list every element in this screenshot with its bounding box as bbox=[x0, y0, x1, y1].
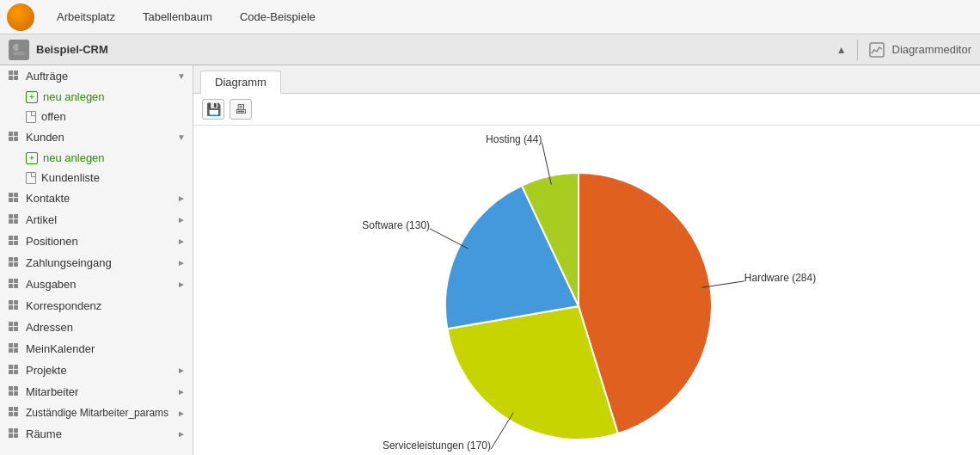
grid-icon-kunden bbox=[9, 132, 21, 144]
sidebar-label-zustandige: Zuständige Mitarbeiter_params bbox=[26, 407, 168, 419]
expand-arrow-raume: ► bbox=[177, 429, 186, 439]
content-toolbar: 💾 🖶 bbox=[193, 94, 980, 126]
svg-point-1 bbox=[18, 44, 25, 51]
sidebar-item-artikel[interactable]: Artikel ► bbox=[0, 209, 193, 231]
svg-rect-2 bbox=[13, 52, 25, 55]
sidebar-label-ausgaben: Ausgaben bbox=[26, 278, 77, 291]
grid-icon-adressen bbox=[9, 322, 21, 334]
expand-arrow-ausgaben: ► bbox=[177, 280, 186, 289]
pie-chart: Hardware (284)Serviceleistungen (170)Sof… bbox=[329, 134, 845, 455]
sidebar-item-korrespondenz[interactable]: Korrespondenz bbox=[0, 295, 193, 317]
sidebar-label-adressen: Adressen bbox=[26, 321, 73, 334]
expand-arrow-auftrage: ▼ bbox=[177, 71, 186, 81]
sidebar-label-kontakte: Kontakte bbox=[26, 192, 70, 205]
sidebar: Aufträge ▼ + neu anlegen offen Kunden ▼ … bbox=[0, 65, 193, 455]
expand-arrow-zustandige: ► bbox=[177, 409, 186, 418]
crm-icon bbox=[9, 40, 29, 60]
plus-icon: + bbox=[26, 91, 38, 103]
svg-rect-3 bbox=[870, 43, 884, 57]
sidebar-subitem-neu-auftrage[interactable]: + neu anlegen bbox=[0, 87, 193, 107]
pie-chart-real: Hardware (284)Serviceleistungen (170)Sof… bbox=[329, 134, 845, 452]
sidebar-item-ausgaben[interactable]: Ausgaben ► bbox=[0, 274, 193, 295]
sidebar-item-mitarbeiter[interactable]: Mitarbeiter ► bbox=[0, 381, 193, 403]
label-hardware: Hardware (284) bbox=[744, 272, 815, 284]
subheader: Beispiel-CRM ▲ Diagrammeditor bbox=[0, 34, 980, 65]
grid-icon-zustandige bbox=[9, 407, 21, 419]
sidebar-label-offen: offen bbox=[41, 110, 66, 123]
tab-diagramm[interactable]: Diagramm bbox=[200, 71, 281, 94]
sidebar-label-meinkalender: MeinKalender bbox=[26, 342, 95, 355]
sidebar-label-korrespondenz: Korrespondenz bbox=[26, 299, 101, 312]
crm-title: Beispiel-CRM bbox=[36, 43, 836, 56]
plus-icon-kunden: + bbox=[26, 152, 38, 164]
sidebar-item-zahlungseingang[interactable]: Zahlungseingang ► bbox=[0, 252, 193, 274]
grid-icon-kontakte bbox=[9, 193, 21, 205]
nav-tabellenbaum[interactable]: Tabellenbaum bbox=[131, 5, 224, 28]
collapse-icon[interactable]: ▲ bbox=[836, 44, 847, 56]
sidebar-label-kunden: Kunden bbox=[26, 131, 64, 144]
sidebar-label-positionen: Positionen bbox=[26, 235, 78, 248]
grid-icon bbox=[9, 71, 21, 83]
sidebar-subitem-kundenliste[interactable]: Kundenliste bbox=[0, 168, 193, 188]
sidebar-item-positionen[interactable]: Positionen ► bbox=[0, 231, 193, 252]
sidebar-item-auftrage[interactable]: Aufträge ▼ bbox=[0, 65, 193, 87]
content-area: Diagramm 💾 🖶 Hardware (284)Serviceleistu… bbox=[193, 65, 980, 455]
diagram-label: Diagrammeditor bbox=[892, 43, 971, 56]
label-software: Software (130) bbox=[362, 219, 430, 231]
divider bbox=[857, 40, 858, 60]
grid-icon-raume bbox=[9, 428, 21, 440]
sidebar-label-mitarbeiter: Mitarbeiter bbox=[26, 385, 78, 398]
app-logo bbox=[7, 3, 34, 31]
file-icon-kundenliste bbox=[26, 172, 36, 184]
sidebar-label-neu-auftrage: neu anlegen bbox=[43, 90, 105, 103]
svg-line-6 bbox=[430, 229, 468, 249]
content-tabs: Diagramm bbox=[193, 65, 980, 94]
chart-area: Hardware (284)Serviceleistungen (170)Sof… bbox=[193, 126, 980, 455]
sidebar-item-kunden[interactable]: Kunden ▼ bbox=[0, 126, 193, 148]
sidebar-label-zahlungseingang: Zahlungseingang bbox=[26, 256, 112, 269]
sidebar-label-kundenliste: Kundenliste bbox=[41, 171, 100, 184]
nav-arbeitsplatz[interactable]: Arbeitsplatz bbox=[45, 5, 127, 28]
sidebar-subitem-offen[interactable]: offen bbox=[0, 107, 193, 126]
sidebar-label-projekte: Projekte bbox=[26, 364, 67, 377]
diagram-header: Diagrammeditor bbox=[868, 41, 971, 58]
label-serviceleistungen: Serviceleistungen (170) bbox=[382, 440, 490, 452]
diagram-icon bbox=[868, 41, 885, 58]
grid-icon-mitarbeiter bbox=[9, 386, 21, 398]
topbar: Arbeitsplatz Tabellenbaum Code-Beispiele bbox=[0, 0, 980, 34]
sidebar-label-raume: Räume bbox=[26, 427, 62, 440]
sidebar-item-kontakte[interactable]: Kontakte ► bbox=[0, 188, 193, 209]
save-button[interactable]: 💾 bbox=[202, 99, 224, 120]
grid-icon-korrespondenz bbox=[9, 300, 21, 312]
sidebar-subitem-neu-kunden[interactable]: + neu anlegen bbox=[0, 148, 193, 168]
expand-arrow-kontakte: ► bbox=[177, 194, 186, 203]
sidebar-item-projekte[interactable]: Projekte ► bbox=[0, 360, 193, 381]
sidebar-label-artikel: Artikel bbox=[26, 213, 57, 226]
sidebar-item-adressen[interactable]: Adressen bbox=[0, 317, 193, 338]
grid-icon-positionen bbox=[9, 236, 21, 248]
sidebar-label-neu-kunden: neu anlegen bbox=[43, 151, 105, 164]
expand-arrow-mitarbeiter: ► bbox=[177, 387, 186, 397]
expand-arrow-artikel: ► bbox=[177, 215, 186, 224]
main-layout: Aufträge ▼ + neu anlegen offen Kunden ▼ … bbox=[0, 65, 980, 455]
svg-line-5 bbox=[491, 413, 513, 450]
grid-icon-projekte bbox=[9, 365, 21, 377]
grid-icon-zahlungseingang bbox=[9, 257, 21, 269]
expand-arrow-kunden: ▼ bbox=[177, 132, 186, 142]
sidebar-item-zustandige[interactable]: Zuständige Mitarbeiter_params ► bbox=[0, 403, 193, 423]
sidebar-item-meinkalender[interactable]: MeinKalender bbox=[0, 338, 193, 360]
expand-arrow-projekte: ► bbox=[177, 366, 186, 375]
nav-code-beispiele[interactable]: Code-Beispiele bbox=[228, 5, 328, 28]
grid-icon-artikel bbox=[9, 214, 21, 226]
grid-icon-ausgaben bbox=[9, 279, 21, 291]
print-button[interactable]: 🖶 bbox=[230, 99, 252, 120]
file-icon-offen bbox=[26, 111, 36, 123]
sidebar-item-raume[interactable]: Räume ► bbox=[0, 423, 193, 445]
grid-icon-meinkalender bbox=[9, 343, 21, 355]
expand-arrow-positionen: ► bbox=[177, 237, 186, 246]
expand-arrow-zahlungseingang: ► bbox=[177, 258, 186, 267]
sidebar-label-auftrage: Aufträge bbox=[26, 70, 68, 83]
label-hosting: Hosting (44) bbox=[486, 134, 542, 145]
